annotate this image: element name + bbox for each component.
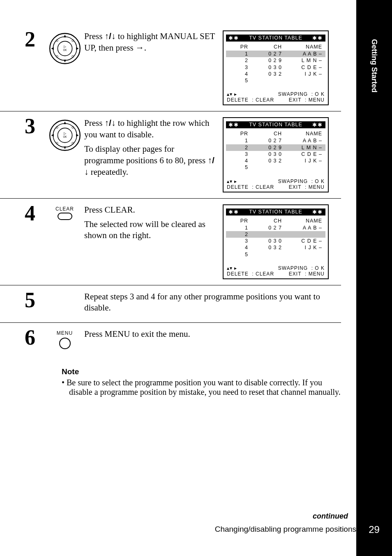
svg-marker-21	[76, 134, 78, 137]
tv-station-table: ✱✱TV STATION TABLE✱✱ PRCHNAME 10 2 7A A …	[223, 204, 329, 279]
tv-table-footer: ▴▾ ▸SWAPPING : O K DELETE : CLEAREXIT : …	[224, 178, 328, 190]
table-row: 5	[224, 251, 328, 258]
nav-arrows-icon: ▴▾ ▸	[227, 91, 237, 97]
step-number: 4	[25, 202, 45, 279]
tv-station-table: ✱✱TV STATION TABLE✱✱ PRCHNAME 10 2 7A A …	[223, 117, 329, 192]
step-5: 5 Repeat steps 3 and 4 for any other pro…	[0, 285, 341, 323]
step-number: 5	[25, 289, 45, 317]
svg-text:OK: OK	[63, 49, 67, 51]
table-row: 5	[224, 77, 328, 84]
note-heading: Note	[62, 367, 341, 376]
clear-button-icon	[58, 213, 72, 220]
svg-marker-7	[51, 47, 53, 50]
menu-button-label: MENU	[57, 330, 73, 336]
tv-table-header: PRCHNAME	[224, 131, 328, 137]
page-content: 2 ▷ OK Press ↑/↓ to highlight	[0, 0, 356, 556]
step-graphic: ▷ OK	[45, 115, 84, 192]
step-6: 6 MENU Press MENU to exit the menu.	[0, 322, 341, 355]
svg-marker-5	[63, 35, 66, 37]
page-footer: continued Changing/disabling programme p…	[0, 512, 356, 534]
table-row: 10 2 7A A B –	[224, 137, 328, 144]
svg-text:▷: ▷	[64, 45, 67, 49]
step-2: 2 ▷ OK Press ↑/↓ to highlight	[0, 25, 341, 111]
tv-table-title: TV STATION TABLE	[249, 35, 302, 41]
tv-table-footer: ▴▾ ▸SWAPPING : O K DELETE : CLEAREXIT : …	[224, 265, 328, 277]
step-number: 2	[25, 28, 45, 105]
step-text: Press ↑/↓ to highlight the row which you…	[84, 115, 215, 181]
footer-caption: Changing/disabling programme positions	[0, 525, 356, 534]
step-4: 4 CLEAR Press CLEAR. The selected row wi…	[0, 198, 341, 285]
nav-dial-icon: ▷ OK	[48, 32, 81, 65]
step-graphic: CLEAR	[45, 202, 84, 279]
menu-button-icon	[59, 338, 71, 349]
table-row: 1 0 2 7 A A B –	[226, 51, 325, 57]
svg-text:OK: OK	[63, 136, 67, 139]
nav-dial-icon: ▷ OK	[48, 119, 81, 152]
tv-table-header: PR CH NAME	[224, 44, 328, 50]
updown-arrows-icon: ↑/↓	[105, 31, 116, 41]
right-arrow-icon: →	[136, 43, 144, 52]
svg-marker-8	[76, 47, 78, 50]
chapter-name: Getting Started	[356, 29, 392, 103]
step-text: Press MENU to exit the menu.	[84, 326, 329, 343]
page-number: 29	[356, 521, 392, 538]
clear-button-label: CLEAR	[55, 206, 74, 212]
table-row: 5	[224, 164, 328, 171]
note-item: Be sure to select the programme position…	[69, 378, 341, 397]
tv-table-header: PRCHNAME	[224, 218, 328, 224]
step-number: 3	[25, 115, 45, 192]
table-row: 40 3 2I J K –	[224, 158, 328, 164]
table-row: 30 3 0C D E –	[224, 151, 328, 158]
continued-label: continued	[313, 512, 356, 521]
table-row: 20 2 9L M N –	[224, 57, 328, 64]
nav-arrows-icon: ▴▾ ▸	[227, 178, 237, 184]
nav-arrows-icon: ▴▾ ▸	[227, 265, 237, 271]
step-3: 3 ▷ OK Press ↑/↓ to highlight the row wh…	[0, 111, 341, 198]
svg-marker-19	[63, 146, 66, 149]
step-text: Press CLEAR. The selected row will be cl…	[84, 202, 215, 245]
step-graphic: MENU	[45, 326, 84, 349]
table-row: 30 3 0C D E –	[224, 64, 328, 71]
svg-marker-18	[63, 122, 66, 124]
step-text: Press ↑/↓ to highlight MANUAL SET UP, th…	[84, 28, 215, 57]
step-graphic: ▷ OK	[45, 28, 84, 105]
svg-text:▷: ▷	[64, 132, 67, 135]
table-row: 2	[226, 231, 325, 238]
svg-marker-6	[63, 60, 66, 62]
note-block: Note Be sure to select the programme pos…	[62, 367, 341, 397]
table-row: 40 3 2I J K –	[224, 71, 328, 77]
tv-table-title: TV STATION TABLE	[249, 209, 302, 215]
updown-arrows-icon: ↑/↓	[105, 118, 116, 127]
step-text: Repeat steps 3 and 4 for any other progr…	[84, 289, 329, 317]
svg-marker-20	[51, 134, 53, 137]
table-row: 10 2 7A A B –	[224, 225, 328, 231]
chapter-sidebar: Getting Started	[356, 0, 392, 556]
tv-table-title: TV STATION TABLE	[249, 122, 302, 128]
step-number: 6	[25, 326, 45, 349]
table-row: 30 3 0C D E –	[224, 238, 328, 244]
table-row: 40 3 2I J K –	[224, 244, 328, 251]
tv-table-footer: ▴▾ ▸SWAPPING : O K DELETE : CLEAREXIT : …	[224, 91, 328, 103]
tv-station-table: ✱✱ TV STATION TABLE ✱✱ PR CH NAME 1 0 2 …	[223, 30, 329, 105]
table-row: 20 2 9L M N –	[226, 144, 325, 151]
